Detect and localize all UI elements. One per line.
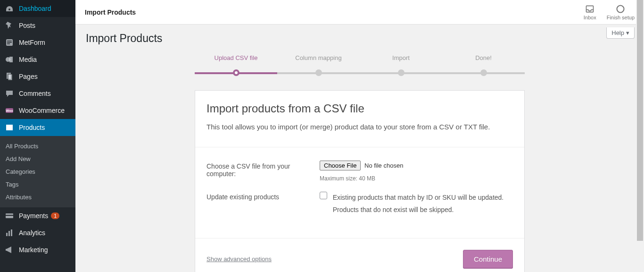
finish-setup-label: Finish setup (607, 15, 635, 20)
sidebar-item-posts[interactable]: Posts (0, 17, 75, 34)
continue-button[interactable]: Continue (463, 250, 513, 268)
circle-icon (616, 4, 625, 14)
sidebar-item-label: WooCommerce (19, 107, 65, 114)
sidebar-item-label: Media (19, 56, 37, 63)
page-title: Import Products (86, 32, 634, 45)
step-dot-icon (233, 69, 239, 76)
file-status: No file chosen (364, 162, 403, 169)
content-area: Import Products Upload CSV file Column m… (75, 25, 644, 272)
chevron-down-icon: ▾ (626, 29, 629, 36)
step-upload: Upload CSV file (195, 54, 277, 76)
topbar-right: Inbox Finish setup (584, 4, 635, 20)
step-label: Import (360, 54, 442, 63)
svg-text:Woo: Woo (6, 109, 13, 112)
sidebar-item-woocommerce[interactable]: Woo WooCommerce (0, 102, 75, 119)
svg-rect-17 (11, 230, 12, 236)
inbox-icon (585, 4, 594, 14)
submenu-attributes[interactable]: Attributes (0, 191, 75, 204)
card-description: This tool allows you to import (or merge… (206, 122, 513, 133)
scrollbar-thumb[interactable] (637, 0, 643, 241)
card-form-section: Choose a CSV file from your computer: Ch… (195, 147, 524, 238)
step-import: Import (360, 54, 442, 76)
topbar: Import Products Inbox Finish setup (75, 0, 644, 25)
svg-rect-2 (7, 41, 12, 42)
step-dot-icon (398, 69, 405, 76)
dashboard-icon (5, 4, 14, 13)
admin-sidebar: Dashboard Posts MetForm Media Pages Comm… (0, 0, 75, 272)
step-label: Column mapping (277, 54, 360, 63)
topbar-title: Import Products (85, 8, 136, 16)
megaphone-icon (5, 245, 14, 255)
svg-rect-8 (8, 74, 12, 80)
form-icon (5, 38, 14, 47)
submenu-add-new[interactable]: Add New (0, 153, 75, 165)
sidebar-item-products[interactable]: Products (0, 119, 75, 136)
sidebar-item-label: Posts (19, 22, 35, 29)
main-area: Import Products Inbox Finish setup Help … (75, 0, 644, 272)
sidebar-item-label: Products (19, 124, 45, 131)
step-dot-icon (480, 69, 487, 76)
pin-icon (5, 21, 14, 30)
help-label: Help (611, 29, 624, 36)
sidebar-item-metform[interactable]: MetForm (0, 34, 75, 51)
sidebar-item-label: Comments (19, 90, 51, 97)
sidebar-item-marketing[interactable]: Marketing (0, 241, 75, 258)
submenu-tags[interactable]: Tags (0, 178, 75, 191)
svg-rect-3 (7, 42, 12, 43)
sidebar-item-label: Payments (19, 212, 48, 220)
sidebar-item-comments[interactable]: Comments (0, 85, 75, 102)
import-card: Import products from a CSV file This too… (195, 90, 525, 272)
step-label: Done! (442, 54, 525, 63)
step-done: Done! (442, 54, 525, 76)
svg-rect-16 (8, 231, 10, 236)
update-description: Existing products that match by ID or SK… (333, 191, 512, 216)
file-hint: Maximum size: 40 MB (320, 175, 513, 182)
update-field: Existing products that match by ID or SK… (320, 191, 513, 216)
card-header-section: Import products from a CSV file This too… (195, 91, 524, 147)
sidebar-item-dashboard[interactable]: Dashboard (0, 0, 75, 17)
update-label: Update existing products (206, 191, 305, 216)
update-existing-checkbox[interactable] (320, 192, 327, 199)
products-submenu: All Products Add New Categories Tags Att… (0, 136, 75, 207)
comment-icon (5, 89, 14, 98)
sidebar-item-label: Marketing (19, 246, 48, 254)
submenu-categories[interactable]: Categories (0, 165, 75, 178)
woocommerce-icon: Woo (5, 106, 14, 115)
choose-file-button[interactable]: Choose File (320, 161, 361, 170)
step-mapping: Column mapping (277, 54, 360, 76)
sidebar-item-analytics[interactable]: Analytics (0, 224, 75, 241)
step-dot-icon (315, 69, 322, 76)
sidebar-item-label: Pages (19, 73, 38, 80)
sidebar-item-label: Analytics (19, 229, 45, 237)
svg-rect-14 (6, 215, 13, 216)
svg-rect-15 (6, 233, 8, 236)
svg-point-19 (617, 5, 624, 12)
sidebar-item-label: MetForm (19, 39, 45, 46)
svg-rect-6 (9, 57, 13, 62)
inbox-button[interactable]: Inbox (584, 4, 596, 20)
svg-point-0 (8, 8, 10, 10)
svg-rect-11 (6, 126, 13, 130)
wizard-progress: Upload CSV file Column mapping Import Do… (195, 54, 525, 76)
inbox-label: Inbox (584, 15, 596, 20)
payments-badge: 1 (51, 212, 59, 219)
submenu-all-products[interactable]: All Products (0, 140, 75, 153)
help-tab[interactable]: Help ▾ (606, 27, 635, 39)
show-advanced-link[interactable]: Show advanced options (206, 255, 272, 263)
sidebar-item-payments[interactable]: Payments 1 (0, 207, 75, 224)
scrollbar-track[interactable] (636, 0, 644, 272)
svg-rect-4 (7, 43, 10, 44)
file-row: Choose a CSV file from your computer: Ch… (206, 159, 513, 189)
pages-icon (5, 72, 14, 81)
sidebar-item-media[interactable]: Media (0, 51, 75, 68)
file-field: Choose File No file chosen Maximum size:… (320, 161, 513, 182)
file-label: Choose a CSV file from your computer: (206, 161, 305, 182)
finish-setup-button[interactable]: Finish setup (607, 4, 635, 20)
import-wizard: Upload CSV file Column mapping Import Do… (195, 54, 525, 272)
update-row: Update existing products Existing produc… (206, 189, 513, 224)
sidebar-item-pages[interactable]: Pages (0, 68, 75, 85)
products-icon (5, 123, 14, 132)
svg-rect-12 (6, 125, 13, 126)
payments-icon (5, 211, 14, 221)
sidebar-item-label: Dashboard (19, 5, 51, 12)
